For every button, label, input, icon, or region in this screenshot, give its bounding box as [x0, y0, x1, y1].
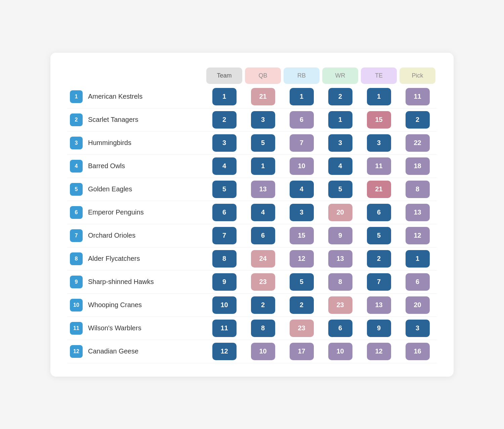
data-cell: 2 — [244, 294, 282, 317]
value-badge: 12 — [290, 250, 314, 268]
team-name: Alder Flycatchers — [88, 255, 140, 263]
data-cell: 6 — [282, 108, 321, 132]
value-badge: 8 — [328, 273, 352, 291]
value-badge: 11 — [212, 320, 237, 337]
data-cell: 3 — [360, 132, 398, 155]
data-cell: 7 — [282, 132, 321, 155]
data-cell: 9 — [205, 271, 244, 294]
data-cell: 6 — [398, 271, 437, 294]
data-cell: 3 — [282, 201, 321, 224]
value-badge: 2 — [406, 111, 430, 129]
data-cell: 3 — [244, 108, 282, 132]
value-badge: 24 — [251, 250, 275, 268]
data-cell: 21 — [244, 85, 282, 108]
value-badge: 12 — [212, 343, 237, 360]
rank-badge: 7 — [70, 229, 83, 242]
value-badge: 1 — [212, 88, 237, 105]
value-badge: 3 — [290, 204, 314, 221]
value-badge: 1 — [290, 88, 314, 105]
team-name: American Kestrels — [88, 93, 142, 100]
value-badge: 10 — [251, 343, 275, 360]
data-cell: 13 — [398, 201, 437, 224]
value-badge: 11 — [367, 157, 391, 175]
header-rb: RB — [284, 67, 320, 84]
team-name: Golden Eagles — [88, 185, 132, 193]
data-cell: 10 — [244, 340, 282, 363]
value-badge: 5 — [328, 181, 352, 198]
value-badge: 13 — [406, 204, 430, 221]
data-cell: 13 — [360, 294, 398, 317]
value-badge: 11 — [406, 88, 430, 105]
value-badge: 10 — [212, 296, 237, 314]
value-badge: 21 — [367, 181, 391, 198]
data-cell: 5 — [360, 224, 398, 247]
data-cell: 20 — [321, 201, 360, 224]
value-badge: 5 — [251, 134, 275, 152]
data-cell: 10 — [321, 340, 360, 363]
data-cell: 1 — [360, 85, 398, 108]
header-qb: QB — [245, 67, 281, 84]
rank-badge: 4 — [70, 160, 83, 173]
value-badge: 10 — [328, 343, 352, 360]
value-badge: 8 — [251, 320, 275, 337]
value-badge: 3 — [328, 134, 352, 152]
data-cell: 11 — [360, 155, 398, 178]
data-cell: 1 — [398, 247, 437, 271]
data-cell: 15 — [360, 108, 398, 132]
data-cell: 4 — [321, 155, 360, 178]
team-name: Orchard Orioles — [88, 232, 135, 239]
value-badge: 23 — [251, 273, 275, 291]
team-name: Sharp-shinned Hawks — [88, 278, 154, 286]
header-wr: WR — [322, 67, 358, 84]
data-cell: 1 — [205, 85, 244, 108]
value-badge: 3 — [406, 320, 430, 337]
data-cell: 23 — [282, 317, 321, 340]
value-badge: 4 — [212, 157, 237, 175]
data-cell: 11 — [398, 85, 437, 108]
value-badge: 13 — [251, 181, 275, 198]
data-cell: 21 — [360, 178, 398, 201]
data-cell: 5 — [205, 178, 244, 201]
value-badge: 6 — [251, 227, 275, 244]
value-badge: 20 — [328, 204, 352, 221]
data-cell: 4 — [205, 155, 244, 178]
data-cell: 6 — [360, 201, 398, 224]
value-badge: 2 — [367, 250, 391, 268]
value-badge: 1 — [328, 111, 352, 129]
team-name: Barred Owls — [88, 162, 125, 170]
value-badge: 7 — [367, 273, 391, 291]
value-badge: 2 — [212, 111, 237, 129]
value-badge: 20 — [406, 296, 430, 314]
team-name: Scarlet Tanagers — [88, 116, 138, 124]
data-cell: 8 — [321, 271, 360, 294]
data-cell: 2 — [321, 85, 360, 108]
data-cell: 16 — [398, 340, 437, 363]
grid: TeamQBRBWRTEPick1American Kestrels121121… — [67, 66, 437, 363]
team-cell: 11Wilson's Warblers — [67, 317, 205, 340]
data-cell: 9 — [321, 224, 360, 247]
data-cell: 2 — [282, 294, 321, 317]
value-badge: 4 — [290, 181, 314, 198]
value-badge: 8 — [212, 250, 237, 268]
value-badge: 5 — [212, 181, 237, 198]
value-badge: 6 — [212, 204, 237, 221]
team-name: Emperor Penguins — [88, 208, 144, 216]
team-cell: 6Emperor Penguins — [67, 201, 205, 224]
data-cell: 10 — [282, 155, 321, 178]
value-badge: 6 — [290, 111, 314, 129]
value-badge: 3 — [251, 111, 275, 129]
data-cell: 6 — [244, 224, 282, 247]
team-cell: 12Canadian Geese — [67, 340, 205, 363]
value-badge: 22 — [406, 134, 430, 152]
data-cell: 11 — [205, 317, 244, 340]
data-cell: 8 — [244, 317, 282, 340]
value-badge: 16 — [406, 343, 430, 360]
team-cell: 3Hummingbirds — [67, 132, 205, 155]
rank-badge: 6 — [70, 206, 83, 219]
data-cell: 12 — [360, 340, 398, 363]
data-cell: 5 — [282, 271, 321, 294]
data-cell: 23 — [244, 271, 282, 294]
value-badge: 23 — [290, 320, 314, 337]
data-cell: 20 — [398, 294, 437, 317]
value-badge: 17 — [290, 343, 314, 360]
